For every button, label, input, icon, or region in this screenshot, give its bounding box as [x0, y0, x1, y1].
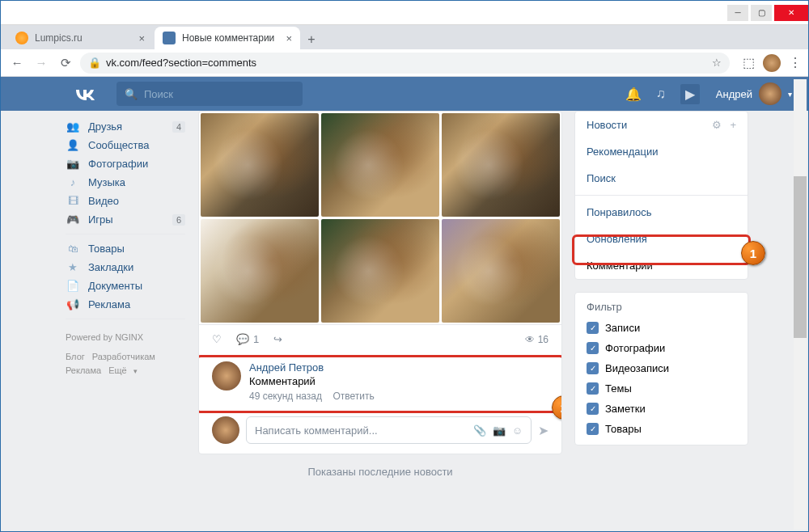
window-close-button[interactable]: ✕ — [774, 5, 808, 21]
nav-label: Реклама — [88, 298, 130, 310]
checkbox-icon: ✓ — [587, 403, 599, 415]
comment-button[interactable]: 💬1 — [236, 333, 259, 345]
share-button[interactable]: ↪ — [273, 333, 282, 345]
play-icon[interactable]: ▶ — [680, 84, 700, 104]
feed-tab-comments[interactable]: Комментарии — [575, 252, 748, 279]
comment-input[interactable]: Написать комментарий... 📎 📷 ☺ — [246, 416, 532, 444]
gallery-image[interactable] — [201, 219, 319, 323]
filter-checkbox-photos[interactable]: ✓Фотографии — [575, 338, 748, 358]
nav-reload-button[interactable]: ⟳ — [56, 53, 75, 73]
send-icon[interactable]: ➤ — [538, 423, 549, 438]
eye-icon: 👁 — [525, 334, 535, 345]
gallery-image[interactable] — [442, 219, 560, 323]
ads-icon: 📢 — [66, 298, 80, 310]
filter-checkbox-notes[interactable]: ✓Заметки — [575, 399, 748, 419]
tab-label: Комментарии — [587, 260, 653, 272]
gallery-image[interactable] — [321, 113, 439, 217]
footer-link-ads[interactable]: Реклама — [66, 365, 101, 375]
nav-friends[interactable]: 👥Друзья4 — [59, 117, 192, 136]
gallery-image[interactable] — [442, 113, 560, 217]
new-tab-button[interactable]: + — [302, 30, 321, 49]
powered-label: Powered by NGINX — [66, 331, 185, 345]
tab-label: Обновления — [587, 233, 647, 245]
nav-back-button[interactable]: ← — [7, 53, 27, 73]
nav-ads[interactable]: 📢Реклама — [59, 295, 192, 314]
like-button[interactable]: ♡ — [212, 333, 222, 345]
window-maximize-button[interactable]: ▢ — [751, 5, 772, 21]
emoji-icon[interactable]: ☺ — [512, 424, 523, 437]
vk-logo-icon[interactable] — [74, 82, 96, 105]
comment-reply-button[interactable]: Ответить — [332, 391, 374, 402]
gallery-image[interactable] — [321, 219, 439, 323]
post-gallery — [199, 112, 561, 324]
chk-label: Фотографии — [605, 342, 665, 354]
groups-icon: 👤 — [66, 139, 80, 151]
nav-music[interactable]: ♪Музыка — [59, 173, 192, 192]
user-avatar-icon — [759, 82, 781, 105]
page-scrollbar[interactable] — [794, 79, 807, 530]
music-icon: ♪ — [66, 176, 80, 188]
close-tab-icon[interactable]: × — [138, 32, 145, 44]
nav-docs[interactable]: 📄Документы — [59, 277, 192, 295]
post-actions: ♡ 💬1 ↪ 👁 16 — [199, 324, 561, 353]
feed-tab-reco[interactable]: Рекомендации — [575, 138, 748, 165]
feed-tab-liked[interactable]: Понравилось — [575, 199, 748, 226]
add-icon[interactable]: + — [730, 119, 736, 131]
nav-market[interactable]: 🛍Товары — [59, 239, 192, 258]
filter-checkbox-posts[interactable]: ✓Записи — [575, 318, 748, 338]
feed-tab-news[interactable]: Новости ⚙+ — [575, 112, 748, 138]
vk-search-input[interactable]: 🔍 Поиск — [116, 82, 303, 106]
nav-label: Документы — [88, 280, 142, 292]
filter-checkbox-videos[interactable]: ✓Видеозаписи — [575, 358, 748, 378]
panel-separator — [575, 195, 748, 196]
footer-link-more[interactable]: Ещё — [108, 365, 127, 375]
feed-tab-search[interactable]: Поиск — [575, 165, 748, 192]
close-tab-icon[interactable]: × — [286, 32, 292, 44]
extension-icon[interactable]: ⬚ — [743, 55, 755, 70]
filter-checkbox-market[interactable]: ✓Товары — [575, 419, 748, 445]
feed-tab-updates[interactable]: Обновления — [575, 226, 748, 252]
profile-avatar-icon[interactable] — [763, 54, 781, 72]
filter-icon[interactable]: ⚙ — [712, 119, 722, 131]
checkbox-icon: ✓ — [587, 342, 599, 354]
chk-label: Записи — [605, 322, 640, 334]
browser-tab-vk[interactable]: Новые комментарии × — [155, 27, 300, 49]
tab-label: Поиск — [587, 172, 616, 184]
browser-tab-lumpics[interactable]: Lumpics.ru × — [7, 27, 153, 49]
url-input[interactable]: 🔒 vk.com/feed?section=comments ☆ — [80, 53, 730, 74]
camera-icon[interactable]: 📷 — [493, 424, 506, 437]
url-text: vk.com/feed?section=comments — [106, 57, 256, 69]
docs-icon: 📄 — [66, 280, 80, 292]
marker-number: 2 — [561, 401, 562, 415]
music-icon[interactable]: ♫ — [656, 87, 666, 101]
footer-link-dev[interactable]: Разработчикам — [92, 352, 155, 361]
gallery-image[interactable] — [201, 113, 319, 217]
comment-avatar-icon[interactable] — [212, 361, 241, 391]
tab-label: Понравилось — [587, 206, 652, 218]
scrollbar-thumb[interactable] — [794, 176, 807, 338]
vk-user-menu[interactable]: Андрей ▾ — [716, 82, 792, 105]
window-minimize-button[interactable]: ─ — [727, 5, 748, 21]
nav-bookmarks[interactable]: ★Закладки — [59, 258, 192, 277]
attach-icon[interactable]: 📎 — [473, 424, 486, 437]
username-label: Андрей — [716, 88, 752, 100]
filter-checkbox-topics[interactable]: ✓Темы — [575, 378, 748, 399]
comment-text: Комментарий — [249, 375, 549, 387]
nav-groups[interactable]: 👤Сообщества — [59, 136, 192, 154]
footer-link-blog[interactable]: Блог — [66, 352, 85, 361]
comment-icon: 💬 — [236, 333, 249, 345]
nav-photos[interactable]: 📷Фотографии — [59, 154, 192, 173]
comment-author-link[interactable]: Андрей Петров — [249, 361, 549, 374]
star-icon[interactable]: ☆ — [712, 57, 722, 69]
checkbox-icon: ✓ — [587, 423, 599, 435]
chk-label: Темы — [605, 382, 632, 395]
nav-videos[interactable]: 🎞Видео — [59, 192, 192, 210]
notifications-icon[interactable]: 🔔 — [625, 87, 642, 102]
nav-forward-button[interactable]: → — [32, 53, 51, 73]
bookmarks-icon: ★ — [66, 261, 80, 273]
nav-games[interactable]: 🎮Игры6 — [59, 210, 192, 229]
nav-badge: 6 — [172, 214, 185, 226]
filter-panel: Фильтр ✓Записи ✓Фотографии ✓Видеозаписи … — [574, 292, 748, 445]
menu-icon[interactable]: ⋮ — [789, 55, 802, 70]
comment-count: 1 — [253, 333, 259, 345]
